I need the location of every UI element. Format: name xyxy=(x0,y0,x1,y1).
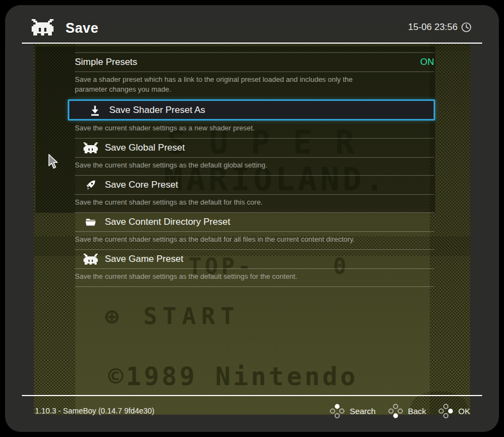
menu-item-save-global-preset[interactable]: Save Global Preset xyxy=(75,138,434,158)
gamepad-south-button-icon xyxy=(388,404,403,418)
menu-item-label: Save Global Preset xyxy=(105,142,185,153)
clock: 15-06 23:56 xyxy=(408,22,472,33)
hint-back[interactable]: Back xyxy=(388,404,426,418)
menu-item-sublabel: Save the current shader settings as the … xyxy=(75,269,376,286)
game-start-prompt: ⊕ START xyxy=(105,303,240,330)
menu-item-label: Simple Presets xyxy=(75,57,137,68)
menu-item-sublabel: Save a shader preset which has a link to… xyxy=(75,72,376,99)
menu-item-label: Save Shader Preset As xyxy=(109,105,205,116)
gamepad-east-button-icon xyxy=(438,404,453,418)
menu-item-save-game-preset[interactable]: Save Game Preset xyxy=(75,249,434,269)
header-divider xyxy=(22,43,482,44)
retroarch-icon xyxy=(84,142,98,154)
screen: SUPER MARIOLAND. TOP- 0 ⊕ START ©1989 Ni… xyxy=(0,0,504,437)
menu-item-sublabel: Save the current shader settings as the … xyxy=(75,232,376,249)
folder-icon xyxy=(84,216,98,228)
page-title: Save xyxy=(66,20,98,36)
hint-label: OK xyxy=(458,406,470,416)
menu-item-sublabel: Save the current shader settings as the … xyxy=(75,195,376,212)
clock-text: 15-06 23:56 xyxy=(408,22,458,33)
header: Save 15-06 23:56 xyxy=(5,5,499,43)
gamepad-north-button-icon xyxy=(330,404,345,418)
footer-hints: SearchBackOK xyxy=(330,404,470,418)
menu-item-sublabel: Save the current shader settings as the … xyxy=(75,158,376,175)
menu-item-save-content-directory-preset[interactable]: Save Content Directory Preset xyxy=(75,212,434,232)
footer-divider xyxy=(22,395,482,396)
rocket-icon xyxy=(84,179,98,191)
separator xyxy=(75,286,434,287)
clock-icon xyxy=(461,22,472,33)
menu-item-label: Save Content Directory Preset xyxy=(105,217,230,228)
game-bg-texture xyxy=(430,22,470,415)
mouse-cursor xyxy=(48,154,59,170)
menu-item-sublabel: Save the current shader settings as a ne… xyxy=(75,121,376,138)
menu-item-save-core-preset[interactable]: Save Core Preset xyxy=(75,175,434,195)
hint-search[interactable]: Search xyxy=(330,404,376,418)
menu-item-save-shader-preset-as[interactable]: Save Shader Preset As xyxy=(68,99,435,121)
core-version-text: 1.10.3 - SameBoy (0.14.7 9fd4e30) xyxy=(35,406,155,415)
hint-ok[interactable]: OK xyxy=(438,404,470,418)
download-icon xyxy=(88,104,102,116)
menu-list: Simple PresetsONSave a shader preset whi… xyxy=(75,52,434,287)
game-copyright: ©1989 Nintendo xyxy=(108,362,358,391)
retroarch-icon xyxy=(84,253,98,265)
footer: 1.10.3 - SameBoy (0.14.7 9fd4e30) Search… xyxy=(5,400,499,421)
hint-label: Search xyxy=(349,406,376,416)
menu-item-label: Save Game Preset xyxy=(105,254,183,265)
retroarch-logo-icon xyxy=(32,19,54,38)
hint-label: Back xyxy=(408,406,426,416)
menu-item-label: Save Core Preset xyxy=(105,179,178,190)
retroarch-window: SUPER MARIOLAND. TOP- 0 ⊕ START ©1989 Ni… xyxy=(5,5,499,432)
menu-item-simple-presets[interactable]: Simple PresetsON xyxy=(75,52,434,72)
menu-item-value[interactable]: ON xyxy=(420,57,435,68)
